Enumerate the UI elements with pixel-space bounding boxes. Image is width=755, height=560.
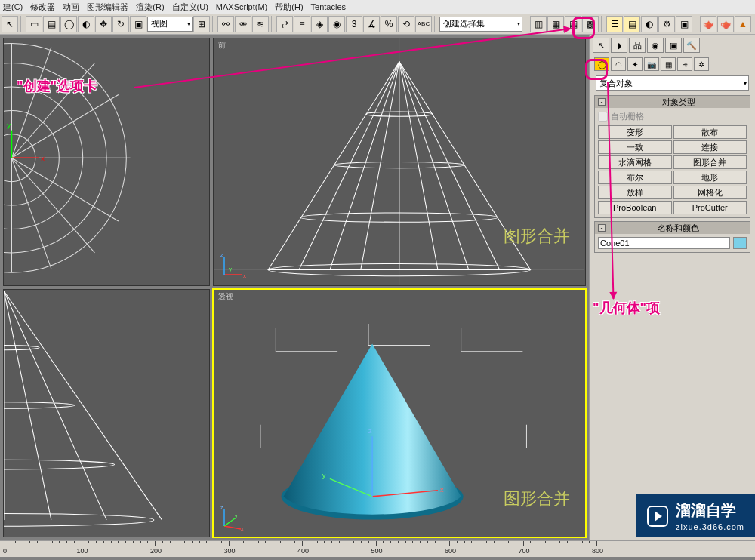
snap-percent[interactable]: %	[381, 16, 397, 32]
viewport-top-left[interactable]: x y	[3, 38, 210, 286]
autogrid-label: 自动栅格	[611, 111, 644, 122]
svg-point-40	[4, 460, 115, 469]
rotate-tool[interactable]: ↻	[112, 16, 129, 32]
branding-title: 溜溜自学	[676, 500, 744, 521]
move-tool[interactable]: ✥	[95, 16, 112, 32]
svg-line-8	[11, 63, 94, 158]
bind-space-warp[interactable]: ≋	[252, 16, 269, 32]
svg-line-21	[330, 62, 399, 270]
layer-mgr[interactable]: ☰	[606, 16, 623, 32]
toggle-tool-a[interactable]: ◈	[311, 16, 328, 32]
teapot-render2[interactable]: 🫖	[717, 16, 734, 32]
svg-text:z: z	[220, 505, 223, 510]
unlink[interactable]: ⚮	[235, 16, 251, 32]
svg-line-26	[399, 62, 500, 270]
layers-btn[interactable]: ▤	[565, 16, 581, 32]
time-ruler[interactable]: 0100200300400500600700800	[0, 540, 755, 557]
spacewarps-subtab[interactable]: ≋	[677, 57, 692, 71]
quick-render[interactable]: ▲	[735, 16, 751, 32]
select-paint-tool[interactable]: ◐	[78, 16, 94, 32]
coord-dropdown[interactable]: 视图	[147, 17, 193, 32]
play-icon	[647, 506, 668, 527]
category-dropdown[interactable]: 复合对象	[596, 75, 749, 91]
snap-angle[interactable]: ∡	[363, 16, 380, 32]
svg-text:z: z	[220, 251, 223, 258]
menu-item[interactable]: 修改器	[30, 2, 55, 13]
viewport-perspective[interactable]: 透视	[213, 289, 586, 537]
mirror-tool[interactable]: ⇄	[276, 16, 293, 32]
curve-editor[interactable]: ▤	[624, 16, 640, 32]
btn-proboolean[interactable]: ProBoolean	[598, 201, 672, 214]
snap-spinner[interactable]: ⟲	[398, 16, 414, 32]
align-tool[interactable]: ≡	[294, 16, 310, 32]
btn-scatter[interactable]: 散布	[673, 125, 747, 139]
btn-shapemerge[interactable]: 图形合并	[673, 155, 747, 169]
menu-item[interactable]: 建(C)	[3, 2, 23, 13]
rollout-header[interactable]: - 对象类型	[595, 96, 750, 108]
render-setup[interactable]: ⚙	[658, 16, 675, 32]
geometry-subtab[interactable]: ◯	[594, 57, 609, 71]
shapes-subtab[interactable]: ◠	[611, 57, 626, 71]
menu-item[interactable]: 动画	[63, 2, 79, 13]
scale-tool[interactable]: ▣	[130, 16, 146, 32]
systems-subtab[interactable]: ✲	[694, 57, 709, 71]
btn-boolean[interactable]: 布尔	[598, 171, 672, 184]
modify-tab[interactable]: ◗	[611, 38, 627, 53]
schema-view[interactable]: ▩	[582, 16, 599, 32]
viewport-label: 透视	[218, 291, 233, 302]
mirror-btn[interactable]: ▥	[530, 16, 547, 32]
cursor-tool[interactable]: ↖	[2, 16, 18, 32]
branding-url: zixue.3d66.com	[676, 522, 744, 531]
text-abc[interactable]: ABC	[415, 16, 432, 32]
create-tab[interactable]: ↖	[593, 38, 609, 53]
display-tab[interactable]: ▣	[665, 38, 682, 53]
lights-subtab[interactable]: ✦	[627, 57, 643, 71]
viewport-left[interactable]	[3, 289, 210, 537]
btn-morph[interactable]: 变形	[598, 125, 672, 139]
svg-line-10	[11, 48, 51, 158]
svg-line-36	[4, 291, 106, 520]
material-editor[interactable]: ◐	[641, 16, 658, 32]
left-wireframe	[4, 290, 209, 537]
selset-dropdown[interactable]: 创建选择集	[439, 17, 522, 32]
rollout-title: 名称和颜色	[610, 223, 747, 234]
viewports-area: x y 前	[0, 35, 589, 540]
utilities-tab[interactable]: 🔨	[683, 38, 700, 53]
menu-item[interactable]: 自定义(U)	[172, 2, 208, 13]
teapot-render[interactable]: 🫖	[700, 16, 716, 32]
motion-tab[interactable]: ◉	[647, 38, 664, 53]
rollout-object-type: - 对象类型 自动栅格 变形 散布 一致 连接 水滴网格 图形合并 布尔 地形	[594, 95, 750, 218]
align-btn[interactable]: ▦	[547, 16, 564, 32]
menu-item[interactable]: 帮助(H)	[275, 2, 303, 13]
viewport-front[interactable]: 前	[213, 38, 586, 286]
toggle-tool-b[interactable]: ◉	[328, 16, 345, 32]
btn-terrain[interactable]: 地形	[673, 171, 747, 184]
select-rect-tool[interactable]: ▭	[26, 16, 42, 32]
btn-procutter[interactable]: ProCutter	[673, 201, 747, 214]
hierarchy-tab[interactable]: 品	[629, 38, 646, 53]
btn-loft[interactable]: 放样	[598, 186, 672, 199]
btn-blobmesh[interactable]: 水滴网格	[598, 155, 672, 169]
select-name-tool[interactable]: ▤	[43, 16, 60, 32]
select-link[interactable]: ⚯	[217, 16, 234, 32]
object-name-input[interactable]	[598, 237, 730, 249]
rollout-header[interactable]: - 名称和颜色	[595, 222, 750, 234]
axis-tool[interactable]: ⊞	[193, 16, 210, 32]
btn-mesher[interactable]: 网格化	[673, 186, 747, 199]
color-swatch[interactable]	[733, 237, 747, 249]
axis-gizmo: x z y	[218, 251, 248, 281]
menu-item[interactable]: Tentacles	[311, 2, 346, 11]
menu-item[interactable]: MAXScript(M)	[216, 2, 267, 11]
top-wireframe: x y	[4, 38, 209, 285]
menu-item[interactable]: 渲染(R)	[136, 2, 164, 13]
btn-conform[interactable]: 一致	[598, 140, 672, 154]
render-frame[interactable]: ▣	[676, 16, 692, 32]
helpers-subtab[interactable]: ▦	[661, 57, 676, 71]
viewport-label: 前	[218, 40, 226, 51]
select-lasso-tool[interactable]: ◯	[60, 16, 77, 32]
btn-connect[interactable]: 连接	[673, 140, 747, 154]
menu-item[interactable]: 图形编辑器	[87, 2, 128, 13]
snap-3d[interactable]: 3	[346, 16, 362, 32]
rollout-name-color: - 名称和颜色	[594, 221, 750, 253]
cameras-subtab[interactable]: 📷	[644, 57, 659, 71]
